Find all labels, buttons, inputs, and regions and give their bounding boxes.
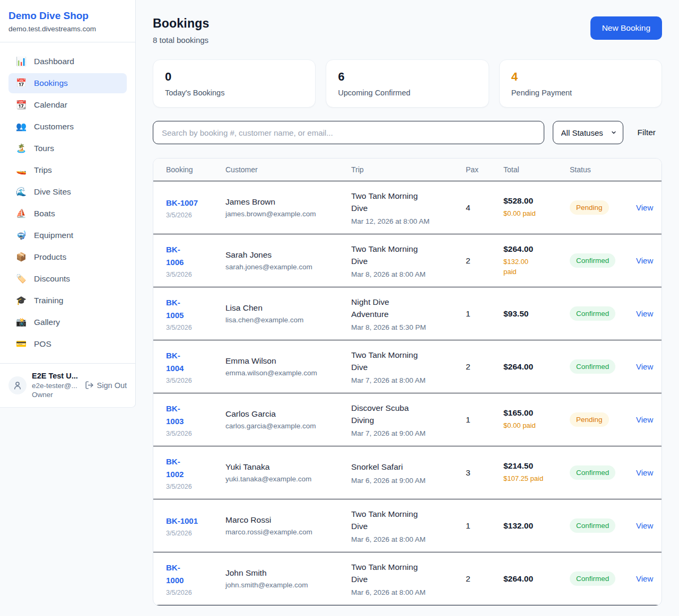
status-badge: Pending (570, 200, 609, 215)
status-filter-select[interactable]: All Statuses (553, 121, 623, 144)
booking-id-link[interactable]: BK-1001 (166, 515, 215, 527)
trip-cell: Two Tank Morning Dive Mar 7, 2026 at 8:0… (346, 349, 460, 385)
calendar-date-icon: 📅 (15, 79, 27, 87)
sidebar-item-label: Products (34, 252, 66, 262)
sidebar-item-gallery[interactable]: 📸 Gallery (8, 312, 127, 332)
package-icon: 📦 (15, 253, 27, 261)
diving-mask-icon: 🤿 (15, 231, 27, 240)
booking-id-link[interactable]: BK-1006 (166, 243, 189, 269)
booking-cell: BK-1007 3/5/2026 (153, 197, 220, 219)
trip-cell: Discover Scuba Diving Mar 7, 2026 at 9:0… (346, 402, 460, 438)
trip-datetime: Mar 6, 2026 at 9:00 AM (351, 477, 455, 485)
status-cell: Pending (564, 200, 631, 215)
view-link[interactable]: View (636, 415, 653, 424)
table-row: BK-1000 3/5/2026 John Smith john.smith@e… (153, 552, 661, 605)
sidebar-item-pos[interactable]: 💳 POS (8, 334, 127, 354)
customer-email: james.brown@example.com (225, 210, 341, 218)
total-amount: $165.00 (503, 408, 559, 418)
booking-id-link[interactable]: BK-1005 (166, 296, 189, 322)
sidebar-item-bookings[interactable]: 📅 Bookings (8, 73, 127, 93)
wave-icon: 🌊 (15, 188, 27, 196)
page-subtitle: 8 total bookings (153, 36, 209, 45)
tear-off-calendar-icon: 📆 (15, 101, 27, 109)
table-header-row: BookingCustomerTripPaxTotalStatus (153, 159, 661, 181)
total-cell: $264.00 $132.00 paid (498, 244, 564, 277)
column-header: Trip (346, 165, 460, 174)
total-amount: $264.00 (503, 244, 559, 254)
status-badge: Confirmed (570, 571, 615, 586)
trip-datetime: Mar 12, 2026 at 8:00 AM (351, 217, 455, 225)
booking-date: 3/5/2026 (166, 530, 215, 537)
customer-email: lisa.chen@example.com (225, 316, 341, 324)
trip-name: Discover Scuba Diving (351, 402, 428, 427)
booking-id-link[interactable]: BK-1000 (166, 561, 189, 587)
paid-amount: $132.00 paid (503, 257, 535, 277)
table-row: BK-1003 3/5/2026 Carlos Garcia carlos.ga… (153, 393, 661, 446)
trip-cell: Night Dive Adventure Mar 8, 2026 at 5:30… (346, 296, 460, 332)
view-link[interactable]: View (636, 203, 653, 212)
total-amount: $264.00 (503, 574, 559, 584)
trip-datetime: Mar 7, 2026 at 9:00 AM (351, 429, 455, 437)
sidebar-item-products[interactable]: 📦 Products (8, 247, 127, 267)
booking-cell: BK-1001 3/5/2026 (153, 515, 220, 537)
booking-id-link[interactable]: BK-1003 (166, 402, 189, 428)
sidebar-item-training[interactable]: 🎓 Training (8, 291, 127, 311)
user-name: E2E Test U... (32, 371, 80, 381)
sign-out-button[interactable]: Sign Out (85, 381, 127, 390)
booking-cell: BK-1003 3/5/2026 (153, 402, 220, 437)
customer-cell: Marco Rossi marco.rossi@example.com (220, 515, 346, 536)
page-title-block: Bookings 8 total bookings (153, 16, 209, 45)
island-icon: 🏝️ (15, 144, 27, 153)
booking-date: 3/5/2026 (166, 589, 215, 596)
sidebar-item-tours[interactable]: 🏝️ Tours (8, 138, 127, 159)
booking-id-link[interactable]: BK-1007 (166, 197, 215, 209)
sidebar-item-discounts[interactable]: 🏷️ Discounts (8, 269, 127, 289)
sidebar-item-customers[interactable]: 👥 Customers (8, 117, 127, 137)
pax-cell: 2 (460, 362, 498, 372)
filter-button[interactable]: Filter (638, 128, 656, 137)
booking-cell: BK-1005 3/5/2026 (153, 296, 220, 331)
customer-email: marco.rossi@example.com (225, 528, 341, 536)
trip-name: Two Tank Morning Dive (351, 190, 428, 215)
filter-row: All Statuses Filter (153, 121, 662, 144)
paid-amount: $0.00 paid (503, 420, 559, 431)
view-link[interactable]: View (636, 521, 653, 530)
total-amount: $93.50 (503, 309, 559, 319)
sidebar-item-dashboard[interactable]: 📊 Dashboard (8, 51, 127, 72)
status-cell: Confirmed (564, 253, 631, 268)
total-cell: $264.00 (498, 574, 564, 584)
view-cell: View (631, 203, 662, 213)
sidebar-item-label: Dashboard (34, 57, 74, 66)
view-link[interactable]: View (636, 468, 653, 477)
total-cell: $132.00 (498, 521, 564, 531)
trip-datetime: Mar 6, 2026 at 8:00 AM (351, 535, 455, 543)
status-badge: Confirmed (570, 306, 615, 321)
view-link[interactable]: View (636, 256, 653, 265)
stat-label: Pending Payment (511, 89, 650, 97)
customer-cell: Sarah Jones sarah.jones@example.com (220, 250, 346, 271)
total-cell: $528.00 $0.00 paid (498, 196, 564, 219)
booking-cell: BK-1002 3/5/2026 (153, 455, 220, 490)
sidebar-item-equipment[interactable]: 🤿 Equipment (8, 225, 127, 245)
table-row: BK-1006 3/5/2026 Sarah Jones sarah.jones… (153, 234, 661, 287)
sidebar-item-trips[interactable]: 🚤 Trips (8, 160, 127, 180)
customer-cell: Emma Wilson emma.wilson@example.com (220, 356, 346, 377)
booking-id-link[interactable]: BK-1004 (166, 349, 189, 375)
new-booking-button[interactable]: New Booking (590, 16, 662, 40)
paid-amount: $0.00 paid (503, 208, 559, 219)
view-link[interactable]: View (636, 574, 653, 583)
view-link[interactable]: View (636, 309, 653, 318)
trip-name: Two Tank Morning Dive (351, 243, 428, 268)
sidebar-item-label: Bookings (34, 78, 68, 88)
speedboat-icon: 🚤 (15, 166, 27, 174)
search-input[interactable] (153, 121, 544, 144)
booking-id-link[interactable]: BK-1002 (166, 455, 189, 481)
status-cell: Confirmed (564, 465, 631, 480)
total-cell: $264.00 (498, 362, 564, 372)
sidebar-item-boats[interactable]: ⛵ Boats (8, 204, 127, 224)
sidebar-item-dive-sites[interactable]: 🌊 Dive Sites (8, 182, 127, 202)
sidebar-item-calendar[interactable]: 📆 Calendar (8, 95, 127, 115)
view-link[interactable]: View (636, 362, 653, 371)
customer-cell: James Brown james.brown@example.com (220, 197, 346, 218)
sailboat-icon: ⛵ (15, 209, 27, 218)
